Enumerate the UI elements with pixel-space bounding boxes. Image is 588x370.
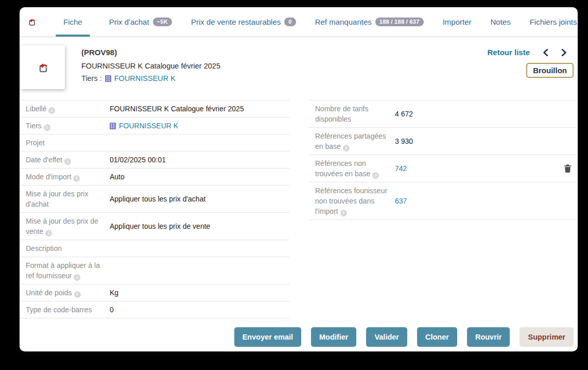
- value-link[interactable]: 742: [395, 163, 407, 174]
- info-icon: [44, 124, 50, 131]
- field-label: Mode d'import: [26, 172, 110, 182]
- field-label-text: Mode d'import: [26, 173, 71, 181]
- field-label-text: Mise à jour des prix de vente: [26, 217, 98, 236]
- right-field-table: Nombre de tarifs disponibles 4 672 Référ…: [309, 100, 576, 220]
- field-label-text: Description: [26, 244, 62, 253]
- record-thumbnail: [21, 45, 65, 89]
- field-value: 4 672: [395, 109, 413, 119]
- field-label: Mise à jour des prix d'achat: [26, 189, 110, 209]
- field-label: Type de code-barres: [26, 305, 110, 315]
- value-text: Kg: [110, 288, 118, 298]
- table-row: Références non trouvées en base 742: [309, 155, 576, 182]
- field-label-text: Nombre de tarifs disponibles: [315, 105, 368, 123]
- tab[interactable]: Notes: [491, 7, 511, 37]
- field-label: Tiers: [26, 121, 110, 131]
- field-label-text: Références founisseur non trouvées dans …: [315, 187, 387, 215]
- action-button[interactable]: Modifier: [311, 327, 356, 347]
- tab-label: Notes: [491, 18, 511, 26]
- info-icon: [48, 107, 55, 114]
- tab[interactable]: Fichiers joints: [530, 7, 577, 37]
- field-label: Références non trouvées en base: [315, 158, 395, 179]
- tab[interactable]: Fiche: [56, 7, 90, 37]
- action-button[interactable]: Envoyer email: [234, 327, 301, 347]
- field-label-text: Références non trouvées en base: [315, 159, 370, 178]
- field-label: Format à appliquer à la ref fournisseur: [26, 260, 110, 281]
- field-label-text: Tiers: [26, 122, 42, 130]
- table-row: Date d'effet 01/02/2025 00:01: [21, 152, 289, 169]
- field-value: 0: [110, 305, 114, 315]
- value-text: 4 672: [395, 109, 413, 119]
- table-row: Mise à jour des prix de vente Appliquer …: [21, 213, 289, 240]
- field-value: Kg: [110, 288, 118, 298]
- value-text: Auto: [110, 172, 125, 182]
- record-navigation: Retour liste: [487, 48, 567, 57]
- company-icon: [110, 123, 116, 129]
- field-label-text: Références partagées en base: [315, 132, 386, 150]
- table-row: Tiers FOURNISSEUR K: [21, 117, 289, 134]
- action-button[interactable]: Rouvrir: [467, 327, 510, 347]
- value-text: Appliquer tous les prix de vente: [110, 221, 210, 231]
- field-label-text: Mise à jour des prix d'achat: [26, 190, 88, 208]
- tab-badge: 188 / 188 / 637: [375, 18, 424, 26]
- field-label-text: Libellé: [26, 105, 46, 113]
- field-label-text: Format à appliquer à la ref fournisseur: [26, 261, 100, 280]
- action-bar: Envoyer email Modifier Valider Cloner Ro…: [234, 327, 574, 347]
- field-value: 01/02/2025 00:01: [110, 155, 166, 165]
- value-text: Appliquer tous les prix d'achat: [110, 194, 205, 204]
- field-label: Références founisseur non trouvées dans …: [315, 186, 395, 216]
- field-value: 3 930: [395, 136, 413, 146]
- action-button[interactable]: Cloner: [417, 327, 457, 347]
- back-to-list-link[interactable]: Retour liste: [487, 48, 530, 57]
- tab-label: Ref manquantes: [315, 18, 372, 26]
- thirdparty-link[interactable]: FOURNISSEUR K: [114, 74, 176, 82]
- record-type-icon: [37, 61, 49, 74]
- table-row: Mise à jour des prix d'achat Appliquer t…: [21, 186, 289, 213]
- value-link[interactable]: FOURNISSEUR K: [119, 121, 178, 131]
- field-label: Nombre de tarifs disponibles: [315, 104, 395, 124]
- value-text: 0: [110, 305, 114, 315]
- tab[interactable]: Prix de vente restaurables 0: [191, 7, 296, 37]
- info-icon: [343, 145, 350, 152]
- info-icon: [340, 210, 347, 216]
- table-row: Libellé FOURNISSEUR K Catalogue février …: [21, 100, 289, 117]
- tab[interactable]: Importer: [443, 7, 472, 37]
- header-right: Retour liste Brouillon: [487, 48, 574, 78]
- field-label-text: Type de code-barres: [26, 306, 92, 314]
- record-body: Libellé FOURNISSEUR K Catalogue février …: [20, 97, 578, 318]
- action-button[interactable]: Valider: [366, 327, 407, 347]
- table-row: Format à appliquer à la ref fournisseur: [21, 257, 289, 284]
- tab-label: Importer: [443, 18, 472, 26]
- info-icon: [45, 230, 52, 237]
- tab[interactable]: Prix d'achat ~5K: [109, 7, 172, 37]
- tab-bar: Fiche Prix d'achat ~5K Prix de vente res…: [20, 7, 578, 37]
- field-label-text: Date d'effet: [26, 156, 62, 164]
- back-arrow-icon[interactable]: [27, 17, 37, 27]
- status-badge: Brouillon: [526, 63, 574, 78]
- next-record-icon[interactable]: [561, 49, 567, 56]
- value-text: 01/02/2025 00:01: [110, 155, 166, 165]
- field-label: Mise à jour des prix de vente: [26, 216, 110, 237]
- field-value: 637: [395, 196, 407, 206]
- tab-label: Fiche: [63, 18, 82, 26]
- field-value: Appliquer tous les prix d'achat: [110, 194, 205, 204]
- field-value: Auto: [110, 172, 125, 182]
- field-label: Unité de poids: [26, 288, 110, 298]
- record-header: (PROV98) FOURNISSEUR K Catalogue février…: [20, 37, 578, 97]
- table-row: Type de code-barres 0: [21, 301, 289, 318]
- tab-label: Fichiers joints: [530, 18, 577, 26]
- trash-icon[interactable]: [564, 164, 573, 173]
- value-text: 3 930: [395, 136, 413, 146]
- field-label-text: Unité de poids: [26, 289, 72, 297]
- field-label-text: Projet: [26, 139, 45, 147]
- action-button[interactable]: Supprimer: [520, 327, 574, 347]
- info-icon: [74, 274, 80, 281]
- table-row: Références founisseur non trouvées dans …: [309, 182, 576, 220]
- table-row: Références partagées en base 3 930: [309, 128, 576, 155]
- info-icon: [64, 158, 71, 165]
- thirdparty-label: Tiers :: [81, 74, 102, 82]
- previous-record-icon[interactable]: [543, 49, 548, 56]
- value-link[interactable]: 637: [395, 196, 407, 206]
- info-icon: [74, 291, 81, 298]
- tab[interactable]: Ref manquantes 188 / 188 / 637: [315, 7, 424, 37]
- field-label: Date d'effet: [26, 155, 110, 165]
